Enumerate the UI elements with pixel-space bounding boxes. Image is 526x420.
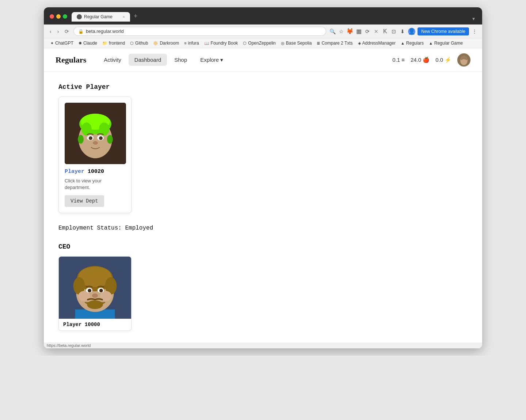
oz-icon: ⬡ (243, 41, 247, 46)
explore-label: Explore (200, 57, 219, 63)
tab-title: Regular Game (84, 14, 113, 19)
extension-icon2[interactable]: ▦ (355, 28, 362, 35)
bookmark-label: Regulars (406, 41, 424, 46)
bookmark-claude[interactable]: ✺ Claude (76, 40, 99, 46)
extension-icon5[interactable]: K (382, 28, 388, 35)
browser-titlebar: Regular Game × + ▾ (44, 7, 482, 24)
ceo-title: CEO (58, 243, 468, 250)
darkroom-icon: 🔆 (153, 41, 158, 46)
browser-window: Regular Game × + ▾ ‹ › ⟳ 🔒 beta.regular.… (44, 7, 482, 348)
tab-bar: Regular Game × + ▾ (72, 11, 476, 22)
bookmark-regular-game[interactable]: ▲ Regular Game (427, 40, 465, 46)
bookmark-infura[interactable]: ≡ infura (182, 40, 201, 46)
currency1-stat: 0.1 ≡ (392, 57, 405, 63)
regulars-icon: ▲ (401, 41, 405, 45)
refresh-btn[interactable]: ⟳ (63, 28, 70, 35)
active-player-title: Active Player (58, 83, 468, 91)
employment-status: Employment Status: Employed (58, 225, 468, 231)
minimize-window-btn[interactable] (56, 14, 61, 19)
bookmark-compare[interactable]: ≣ Compare 2 Txts (315, 40, 355, 46)
lightning-icon: ⚡ (445, 57, 451, 63)
svg-point-15 (89, 136, 92, 140)
currency2-stat: 24.0 🍎 (411, 57, 430, 63)
svg-point-3 (461, 59, 467, 64)
bookmark-star-icon[interactable]: ☆ (338, 28, 344, 35)
new-chrome-btn[interactable]: New Chrome available (418, 27, 469, 35)
regular-game-icon: ▲ (429, 41, 433, 45)
player-name-number: 10020 (88, 169, 104, 175)
base-icon: ◎ (281, 41, 285, 46)
app-navbar: Regulars Activity Dashboard Shop Explore… (44, 48, 482, 72)
new-tab-btn[interactable]: + (131, 11, 141, 22)
nav-shop[interactable]: Shop (168, 54, 193, 66)
bookmark-label: OpenZeppelin (248, 41, 275, 46)
currency1-value: 0.1 (392, 57, 400, 63)
tab-bar-expand[interactable]: ▾ (472, 16, 476, 22)
download-icon[interactable]: ⬇ (399, 28, 406, 35)
traffic-lights (50, 14, 67, 19)
bookmark-label: infura (188, 41, 199, 46)
bookmark-label: Compare 2 Txts (321, 41, 352, 46)
ceo-player-name: Player 10000 (59, 319, 131, 330)
bookmark-frontend[interactable]: 📁 frontend (100, 40, 127, 46)
back-btn[interactable]: ‹ (48, 28, 53, 35)
bookmark-foundry[interactable]: 📖 Foundry Book (202, 40, 240, 46)
zoom-icon[interactable]: 🔍 (329, 28, 336, 35)
bookmarks-bar: ✦ ChatGPT ✺ Claude 📁 frontend ⬡ Github 🔆… (44, 38, 482, 48)
currency3-stat: 0.0 ⚡ (435, 57, 451, 63)
bookmark-darkroom[interactable]: 🔆 Darkroom (151, 40, 181, 46)
bookmark-label: Github (135, 41, 148, 46)
bookmark-label: Foundry Book (211, 41, 238, 46)
player-character-svg (65, 103, 126, 164)
bookmark-label: Claude (83, 41, 97, 46)
address-icon: ◈ (358, 41, 361, 46)
bookmark-label: frontend (109, 41, 125, 46)
foundry-icon: 📖 (204, 41, 209, 46)
ceo-name-prefix: Player (63, 322, 81, 328)
nav-dashboard[interactable]: Dashboard (129, 54, 167, 66)
bookmark-label: AddressManager (362, 41, 396, 46)
close-window-btn[interactable] (50, 14, 54, 19)
bookmark-github[interactable]: ⬡ Github (128, 40, 150, 46)
extension-icon6[interactable]: ⊡ (390, 28, 397, 35)
player-card[interactable]: Player 10020 Click to view your departme… (58, 97, 132, 213)
address-bar[interactable]: 🔒 beta.regular.world (73, 27, 326, 36)
view-dept-button[interactable]: View Dept (65, 195, 104, 207)
bookmark-regulars[interactable]: ▲ Regulars (399, 40, 426, 46)
svg-point-12 (107, 135, 113, 144)
svg-point-32 (99, 289, 103, 292)
page-content: Regulars Activity Dashboard Shop Explore… (44, 48, 482, 348)
forward-btn[interactable]: › (56, 28, 61, 35)
svg-point-17 (93, 141, 98, 145)
bookmark-addressmanager[interactable]: ◈ AddressManager (356, 40, 398, 46)
extension-icon3[interactable]: ⟳ (364, 28, 371, 35)
svg-point-33 (92, 294, 98, 298)
infura-icon: ≡ (184, 41, 186, 45)
nav-explore[interactable]: Explore ▾ (194, 54, 229, 66)
status-bar: https://beta.regular.world (44, 343, 482, 348)
bookmark-chatgpt[interactable]: ✦ ChatGPT (48, 40, 76, 46)
active-tab[interactable]: Regular Game × (72, 12, 130, 22)
status-url: https://beta.regular.world (47, 343, 91, 348)
profile-icon[interactable]: 👤 (408, 28, 415, 35)
bookmark-label: Darkroom (160, 41, 179, 46)
tab-close-btn[interactable]: × (123, 15, 125, 19)
extension-icon1[interactable]: 🦊 (347, 28, 353, 35)
nav-links: Activity Dashboard Shop Explore ▾ (98, 54, 229, 66)
bookmark-base-sepolia[interactable]: ◎ Base Sepolia (279, 40, 314, 46)
url-display: beta.regular.world (86, 29, 123, 34)
lock-icon: 🔒 (78, 29, 84, 34)
currency1-icon: ≡ (401, 57, 405, 63)
maximize-window-btn[interactable] (63, 14, 67, 19)
claude-icon: ✺ (79, 41, 82, 46)
tab-favicon (77, 14, 82, 19)
player-description: Click to view your department. (65, 178, 125, 191)
nav-activity[interactable]: Activity (98, 54, 127, 66)
user-avatar[interactable] (457, 53, 470, 67)
extension-icon4[interactable]: ✕ (373, 28, 380, 35)
apple-icon: 🍎 (423, 57, 430, 63)
ceo-card[interactable]: Player 10000 (58, 256, 132, 331)
player-name: Player 10020 (65, 169, 125, 175)
menu-icon[interactable]: ⋮ (471, 28, 478, 35)
bookmark-openzeppelin[interactable]: ⬡ OpenZeppelin (241, 40, 278, 46)
